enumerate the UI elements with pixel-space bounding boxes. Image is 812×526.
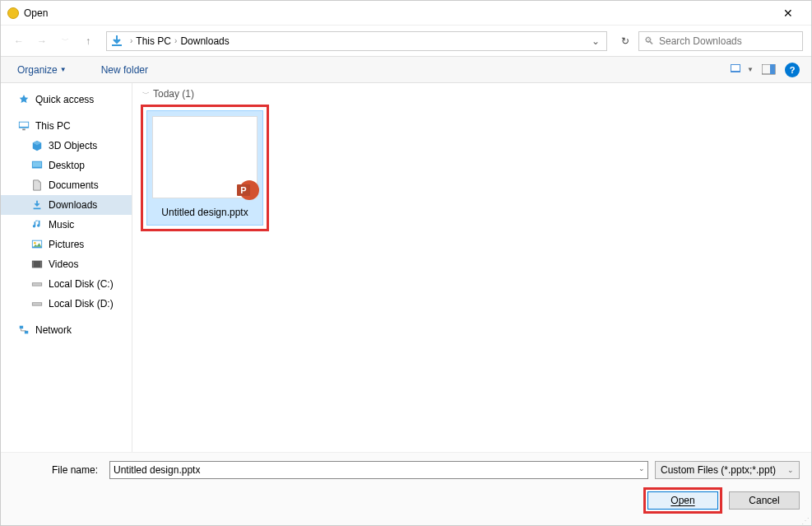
svg-rect-7 [22, 129, 26, 131]
videos-label: Videos [49, 258, 78, 270]
search-icon: 🔍︎ [644, 35, 654, 47]
group-header[interactable]: ﹀ Today (1) [142, 88, 803, 100]
sidebar-disk-d[interactable]: Local Disk (D:) [1, 294, 132, 314]
file-item[interactable]: P Untitled design.pptx [146, 110, 263, 226]
recent-dropdown[interactable]: ﹀ [55, 31, 75, 51]
sidebar: Quick access This PC 3D Objects Desktop … [1, 83, 132, 452]
svg-rect-18 [33, 283, 42, 286]
drive-icon [30, 297, 44, 310]
star-icon [17, 93, 30, 106]
disk-d-label: Local Disk (D:) [49, 298, 114, 310]
desktop-label: Desktop [49, 160, 85, 171]
open-button-highlight: Open [643, 487, 722, 514]
close-button[interactable]: ✕ [772, 2, 805, 25]
open-button[interactable]: Open [647, 491, 718, 510]
file-list: ﹀ Today (1) P Untitled design.pptx [132, 83, 811, 452]
help-button[interactable]: ? [785, 63, 800, 77]
sidebar-network[interactable]: Network [1, 320, 132, 340]
address-dropdown[interactable]: ⌄ [588, 35, 603, 47]
drive-icon [30, 277, 44, 291]
file-filter-select[interactable]: Custom Files (*.pptx;*.ppt) ⌄ [655, 461, 800, 479]
filename-dropdown[interactable]: ⌄ [638, 464, 645, 472]
3d-objects-label: 3D Objects [49, 140, 97, 151]
search-input[interactable] [659, 35, 797, 47]
view-mode-button[interactable]: ▼ [731, 64, 754, 76]
video-icon [30, 258, 44, 271]
refresh-button[interactable]: ↻ [615, 31, 635, 51]
file-name-label: Untitled design.pptx [152, 205, 258, 220]
chevron-right-icon[interactable]: › [130, 36, 132, 45]
svg-rect-14 [32, 261, 42, 268]
desktop-icon [30, 159, 44, 172]
new-folder-label: New folder [101, 64, 148, 76]
svg-rect-20 [33, 303, 42, 305]
svg-rect-15 [33, 262, 34, 268]
sidebar-disk-c[interactable]: Local Disk (C:) [1, 274, 132, 294]
sidebar-desktop[interactable]: Desktop [1, 156, 132, 175]
toolbar: Organize ▼ New folder ▼ ? [1, 57, 811, 83]
svg-rect-10 [34, 208, 41, 210]
monitor-icon [17, 119, 30, 133]
sidebar-downloads[interactable]: Downloads [1, 195, 132, 215]
downloads-label: Downloads [49, 199, 97, 211]
svg-rect-2 [731, 65, 740, 71]
file-item-highlight: P Untitled design.pptx [141, 105, 269, 231]
filename-input[interactable] [109, 461, 648, 479]
document-icon [30, 179, 44, 192]
cancel-button[interactable]: Cancel [729, 491, 800, 510]
svg-rect-4 [770, 64, 775, 74]
downloads-icon [110, 35, 123, 48]
new-folder-button[interactable]: New folder [96, 61, 153, 79]
open-label: Open [670, 495, 694, 506]
sidebar-quick-access[interactable]: Quick access [1, 90, 132, 109]
address-bar[interactable]: › This PC › Downloads ⌄ [106, 31, 607, 51]
preview-pane-button[interactable] [762, 64, 777, 76]
disk-c-label: Local Disk (C:) [49, 278, 114, 290]
chevron-down-icon: ⌄ [787, 466, 794, 474]
back-button[interactable]: ← [9, 31, 29, 51]
up-button[interactable]: ↑ [78, 31, 98, 51]
cube-icon [30, 139, 44, 152]
pictures-label: Pictures [49, 239, 84, 250]
resize-grip[interactable]: ⋰ [801, 519, 810, 524]
powerpoint-icon: P [235, 178, 260, 202]
svg-point-13 [34, 242, 36, 244]
sidebar-3d-objects[interactable]: 3D Objects [1, 136, 132, 156]
organize-button[interactable]: Organize ▼ [12, 61, 72, 79]
navigation-bar: ← → ﹀ ↑ › This PC › Downloads ⌄ ↻ 🔍︎ [1, 26, 811, 57]
network-icon [17, 324, 30, 337]
chevron-down-icon: ▼ [60, 66, 67, 73]
download-icon [30, 198, 44, 212]
search-box[interactable]: 🔍︎ [638, 31, 803, 51]
this-pc-label: This PC [35, 120, 71, 132]
svg-text:P: P [240, 185, 246, 195]
forward-button[interactable]: → [32, 31, 52, 51]
chevron-right-icon[interactable]: › [174, 36, 177, 45]
organize-label: Organize [17, 64, 58, 76]
app-icon [7, 7, 19, 19]
documents-label: Documents [49, 179, 99, 191]
cancel-label: Cancel [749, 495, 779, 506]
sidebar-pictures[interactable]: Pictures [1, 235, 132, 254]
svg-rect-9 [33, 162, 42, 167]
chevron-down-icon: ﹀ [142, 89, 150, 100]
music-icon [30, 218, 44, 231]
breadcrumb-this-pc[interactable]: This PC [136, 35, 171, 47]
svg-rect-22 [25, 331, 28, 334]
breadcrumb-downloads[interactable]: Downloads [180, 35, 229, 47]
window-title: Open [24, 7, 772, 19]
network-label: Network [35, 324, 72, 336]
music-label: Music [49, 219, 74, 230]
sidebar-documents[interactable]: Documents [1, 175, 132, 195]
dialog-footer: File name: ⌄ Custom Files (*.pptx;*.ppt)… [1, 452, 811, 525]
file-thumbnail: P [152, 116, 258, 198]
svg-rect-0 [112, 44, 122, 46]
filename-label: File name: [12, 464, 103, 476]
svg-rect-6 [20, 123, 29, 127]
filter-label: Custom Files (*.pptx;*.ppt) [661, 464, 776, 476]
group-label: Today (1) [153, 88, 194, 100]
sidebar-videos[interactable]: Videos [1, 254, 132, 274]
sidebar-this-pc[interactable]: This PC [1, 116, 132, 136]
svg-rect-16 [40, 262, 41, 268]
sidebar-music[interactable]: Music [1, 215, 132, 235]
